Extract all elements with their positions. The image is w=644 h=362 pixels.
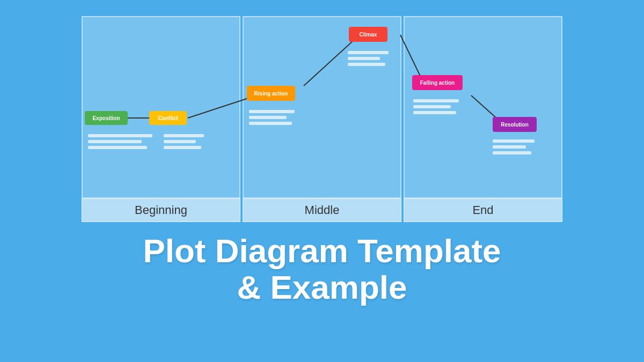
node-resolution: Resolution <box>493 117 537 132</box>
label-middle: Middle <box>243 198 401 222</box>
node-climax: Climax <box>349 27 387 42</box>
middle-content-lines-2 <box>348 51 391 66</box>
section-beginning <box>82 16 240 198</box>
node-falling-action: Falling action <box>412 75 463 90</box>
beginning-content-lines-2 <box>164 134 207 149</box>
diagram-container: Exposition Conflict Rising action Climax… <box>80 16 564 222</box>
label-end: End <box>404 198 562 222</box>
middle-content-lines-1 <box>249 110 297 125</box>
node-conflict: Conflict <box>149 111 187 125</box>
main-title: Plot Diagram Template & Example <box>143 233 501 306</box>
end-content-lines-2 <box>493 139 537 154</box>
diagram-area: Exposition Conflict Rising action Climax… <box>80 16 564 198</box>
node-exposition: Exposition <box>85 111 128 125</box>
end-content-lines-1 <box>413 99 462 114</box>
label-beginning: Beginning <box>82 198 240 222</box>
section-labels: Beginning Middle End <box>80 198 564 222</box>
node-rising-action: Rising action <box>247 86 295 101</box>
beginning-content-lines <box>88 134 158 149</box>
section-middle <box>243 16 401 198</box>
